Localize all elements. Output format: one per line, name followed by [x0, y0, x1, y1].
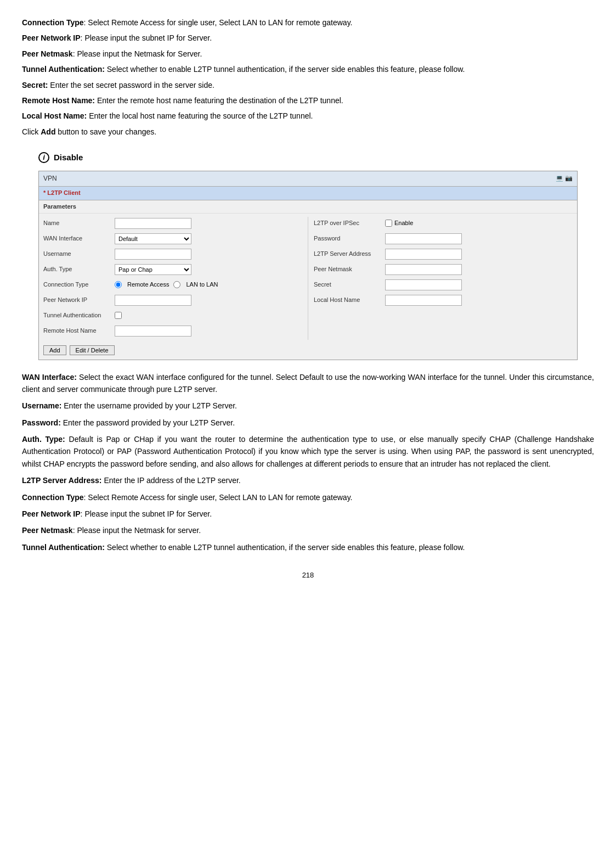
vpn-label-l2tp-ipsec: L2TP over IPSec [314, 218, 385, 228]
intro-para-4: Secret: Enter the set secret password in… [22, 79, 594, 91]
vpn-radio-remote-access-label: Remote Access [127, 280, 169, 290]
body-bold-tunnel-auth: Tunnel Authentication: [22, 543, 105, 552]
intro-para-7: Click Add button to save your changes. [22, 126, 594, 138]
vpn-input-peer-netmask[interactable] [385, 264, 462, 275]
info-icon: i [38, 152, 49, 163]
body-para-peer-netmask: Peer Netmask: Please input the Netmask f… [22, 524, 594, 536]
vpn-params-label: Parameters [39, 200, 577, 214]
vpn-row-peer-netmask: Peer Netmask [314, 263, 573, 276]
intro-para-2: Peer Netmask: Please input the Netmask f… [22, 48, 594, 60]
vpn-footer: Add Edit / Delete [39, 343, 577, 360]
body-para-authtype: Auth. Type: Default is Pap or CHap if yo… [22, 433, 594, 470]
vpn-row-l2tp-server: L2TP Server Address [314, 248, 573, 261]
vpn-label-peer-netmask: Peer Netmask [314, 265, 385, 274]
vpn-radio-lan-to-lan[interactable] [173, 281, 180, 288]
vpn-row-name: Name [43, 217, 302, 230]
vpn-input-peer-network-ip[interactable] [115, 295, 191, 306]
intro-bold-1: Peer Network IP [22, 33, 81, 42]
vpn-add-button[interactable]: Add [43, 345, 66, 355]
vpn-input-password[interactable] [385, 233, 462, 244]
vpn-select-authtype[interactable]: Pap or Chap [115, 264, 191, 275]
intro-text-7: Click Add button to save your changes. [22, 127, 156, 136]
vpn-input-username[interactable] [115, 249, 191, 260]
body-bold-peer-network-ip: Peer Network IP [22, 509, 81, 518]
intro-bold-6: Local Host Name: [22, 111, 87, 120]
intro-para-6: Local Host Name: Enter the local host na… [22, 110, 594, 122]
body-text-tunnel-auth: Select whether to enable L2TP tunnel aut… [105, 543, 465, 552]
vpn-select-wan[interactable]: Default [115, 233, 191, 244]
intro-para-3: Tunnel Authentication: Select whether to… [22, 63, 594, 75]
intro-bold-4: Secret: [22, 81, 48, 89]
intro-text-1: : Please input the subnet IP for Server. [81, 33, 212, 42]
body-bold-password: Password: [22, 418, 61, 427]
body-text-wan: Select the exact WAN interface configure… [22, 373, 594, 394]
vpn-label-local-host: Local Host Name [314, 295, 385, 305]
body-para-peer-network-ip: Peer Network IP: Please input the subnet… [22, 508, 594, 520]
vpn-enable-label: Enable [394, 218, 413, 228]
body-text-conntype: : Select Remote Access for single user, … [84, 493, 353, 502]
vpn-row-username: Username [43, 248, 302, 261]
body-paragraphs: WAN Interface: Select the exact WAN inte… [22, 371, 594, 554]
body-para-wan: WAN Interface: Select the exact WAN inte… [22, 371, 594, 396]
body-text-l2tp-server: Enter the IP address of the L2TP server. [102, 476, 241, 485]
vpn-radio-lan-to-lan-label: LAN to LAN [186, 280, 218, 290]
vpn-right-col: L2TP over IPSec Enable Password L2TP Ser… [314, 217, 573, 340]
vpn-label-wan: WAN Interface [43, 234, 115, 244]
intro-text-0: : Select Remote Access for single user, … [84, 18, 353, 27]
vpn-label-name: Name [43, 218, 115, 228]
vpn-label-l2tp-server: L2TP Server Address [314, 249, 385, 259]
vpn-label-password: Password [314, 234, 385, 244]
vpn-row-tunnel-auth: Tunnel Authentication [43, 309, 302, 322]
body-para-username: Username: Enter the username provided by… [22, 400, 594, 412]
page-number: 218 [22, 570, 594, 581]
body-bold-peer-netmask: Peer Netmask [22, 526, 73, 535]
vpn-row-local-host: Local Host Name [314, 294, 573, 307]
vpn-label-conntype: Connection Type [43, 280, 115, 290]
body-bold-l2tp-server: L2TP Server Address: [22, 476, 102, 485]
intro-text-2: : Please input the Netmask for Server. [73, 49, 202, 58]
vpn-panel: VPN 💻 📷 * L2TP Client Parameters Name WA… [38, 171, 578, 360]
vpn-label-tunnel-auth: Tunnel Authentication [43, 311, 115, 321]
body-text-password: Enter the password provided by your L2TP… [61, 418, 235, 427]
vpn-enable-group: Enable [385, 218, 413, 228]
intro-paragraphs: Connection Type: Select Remote Access fo… [22, 16, 594, 138]
body-text-peer-netmask: : Please input the Netmask for server. [73, 526, 201, 535]
vpn-label-peer-network-ip: Peer Network IP [43, 295, 115, 305]
intro-text-3: Select whether to enable L2TP tunnel aut… [105, 65, 465, 74]
vpn-radio-remote-access[interactable] [115, 281, 122, 288]
intro-text-4: Enter the set secret password in the ser… [48, 81, 214, 89]
body-para-conntype: Connection Type: Select Remote Access fo… [22, 491, 594, 503]
vpn-radio-conntype: Remote Access LAN to LAN [115, 280, 218, 290]
intro-text-6: Enter the local host name featuring the … [87, 111, 313, 120]
body-text-peer-network-ip: : Please input the subnet IP for Server. [81, 509, 212, 518]
body-bold-username: Username: [22, 401, 61, 410]
vpn-edit-delete-button[interactable]: Edit / Delete [70, 345, 115, 355]
vpn-input-name[interactable] [115, 218, 191, 229]
vpn-input-remote-host[interactable] [115, 326, 191, 337]
vpn-input-local-host[interactable] [385, 295, 462, 306]
vpn-row-conntype: Connection Type Remote Access LAN to LAN [43, 278, 302, 292]
vpn-checkbox-tunnel-auth[interactable] [115, 312, 122, 319]
intro-bold-0: Connection Type [22, 18, 84, 27]
vpn-row-peer-network-ip: Peer Network IP [43, 294, 302, 307]
vpn-checkbox-l2tp-ipsec[interactable] [385, 220, 392, 227]
vpn-label-remote-host: Remote Host Name [43, 326, 115, 336]
vpn-label-secret: Secret [314, 280, 385, 290]
intro-para-0: Connection Type: Select Remote Access fo… [22, 16, 594, 29]
intro-text-5: Enter the remote host name featuring the… [95, 96, 343, 105]
vpn-label-authtype: Auth. Type [43, 265, 115, 274]
vpn-panel-title: VPN 💻 📷 [39, 171, 577, 187]
body-text-username: Enter the username provided by your L2TP… [61, 401, 237, 410]
vpn-section-label: * L2TP Client [39, 187, 577, 200]
vpn-row-l2tp-ipsec: L2TP over IPSec Enable [314, 217, 573, 230]
vpn-row-password: Password [314, 232, 573, 245]
vpn-row-remote-host: Remote Host Name [43, 324, 302, 338]
vpn-input-l2tp-server[interactable] [385, 249, 462, 260]
vpn-col-divider [308, 217, 308, 340]
intro-bold-3: Tunnel Authentication: [22, 65, 105, 74]
body-para-password: Password: Enter the password provided by… [22, 417, 594, 429]
intro-bold-2: Peer Netmask [22, 49, 73, 58]
vpn-input-secret[interactable] [385, 279, 462, 290]
section-title-label: Disable [54, 151, 83, 164]
vpn-row-wan: WAN Interface Default [43, 232, 302, 245]
